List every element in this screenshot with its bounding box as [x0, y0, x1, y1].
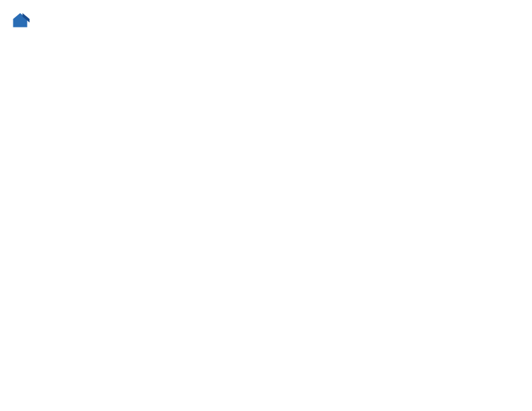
page-header — [11, 11, 521, 30]
svg-marker-0 — [13, 13, 28, 28]
logo-icon — [11, 11, 30, 30]
logo — [11, 11, 32, 30]
